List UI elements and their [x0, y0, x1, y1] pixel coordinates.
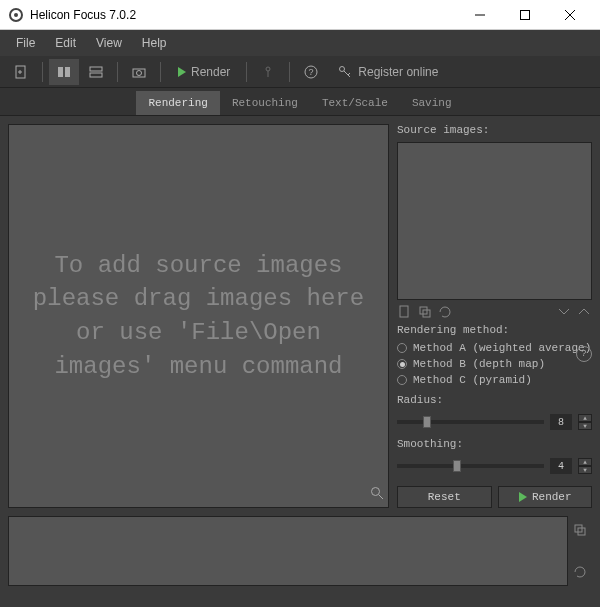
right-panel: Source images: Rendering method: ? Metho… [397, 124, 592, 508]
thumbnail-strip[interactable] [8, 516, 568, 586]
svg-point-23 [372, 488, 380, 496]
spinner-down-icon: ▼ [578, 422, 592, 430]
rendering-method-label: Rendering method: [397, 324, 592, 336]
minimize-button[interactable] [457, 1, 502, 29]
file-plus-icon [398, 305, 412, 319]
layout-split-icon [89, 65, 103, 79]
viewport-message: To add source images please drag images … [9, 239, 388, 393]
svg-marker-28 [519, 492, 527, 502]
spinner-down-icon: ▼ [578, 466, 592, 474]
help-button[interactable]: ? [296, 59, 326, 85]
chevron-down-icon [559, 309, 569, 315]
svg-rect-10 [65, 67, 70, 77]
smoothing-value: 4 [550, 458, 572, 474]
key-icon [338, 65, 352, 79]
render-button[interactable]: Render [167, 59, 240, 85]
method-a-radio[interactable]: Method A (weighted average) [397, 342, 592, 354]
collapse-up-button[interactable] [576, 304, 592, 320]
app-title: Helicon Focus 7.0.2 [30, 8, 457, 22]
smoothing-label: Smoothing: [397, 438, 592, 450]
menu-file[interactable]: File [6, 33, 45, 53]
menu-help[interactable]: Help [132, 33, 177, 53]
toolbar: Render ? Register online [0, 56, 600, 88]
copy-stack-button[interactable] [572, 522, 588, 538]
svg-rect-25 [400, 306, 408, 317]
radius-spinner[interactable]: ▲▼ [578, 414, 592, 430]
copy-icon [418, 305, 432, 319]
reset-button[interactable]: Reset [397, 486, 492, 508]
chevron-up-icon [579, 309, 589, 315]
svg-marker-15 [178, 67, 186, 77]
pin-button[interactable] [253, 59, 283, 85]
radius-value: 8 [550, 414, 572, 430]
source-images-list[interactable] [397, 142, 592, 300]
play-icon [518, 492, 528, 502]
layout-single-icon [57, 65, 71, 79]
zoom-button[interactable] [370, 486, 384, 503]
panel-render-button[interactable]: Render [498, 486, 593, 508]
menu-view[interactable]: View [86, 33, 132, 53]
menu-edit[interactable]: Edit [45, 33, 86, 53]
tab-textscale[interactable]: Text/Scale [310, 91, 400, 115]
refresh-icon [573, 565, 587, 579]
method-c-radio[interactable]: Method C (pyramid) [397, 374, 592, 386]
refresh-icon [438, 305, 452, 319]
layout-single-button[interactable] [49, 59, 79, 85]
register-button[interactable]: Register online [328, 59, 448, 85]
panel-render-label: Render [532, 491, 572, 503]
spinner-up-icon: ▲ [578, 458, 592, 466]
toolbar-divider [160, 62, 161, 82]
bottom-panel [8, 516, 592, 586]
open-file-button[interactable] [6, 59, 36, 85]
toolbar-divider [117, 62, 118, 82]
slider-thumb-icon [453, 460, 461, 472]
method-help-button[interactable]: ? [576, 346, 592, 362]
refresh-button[interactable] [437, 304, 453, 320]
method-b-radio[interactable]: Method B (depth map) [397, 358, 592, 370]
maximize-button[interactable] [502, 1, 547, 29]
tab-rendering[interactable]: Rendering [136, 91, 219, 115]
svg-point-20 [340, 66, 345, 71]
camera-icon [132, 65, 146, 79]
radio-checked-icon [397, 359, 407, 369]
radio-icon [397, 343, 407, 353]
viewport-drop-zone[interactable]: To add source images please drag images … [8, 124, 389, 508]
collapse-down-button[interactable] [556, 304, 572, 320]
radio-icon [397, 375, 407, 385]
register-label: Register online [358, 65, 438, 79]
reset-label: Reset [428, 491, 461, 503]
file-icon [14, 65, 28, 79]
smoothing-spinner[interactable]: ▲▼ [578, 458, 592, 474]
radius-slider-row: 8 ▲▼ [397, 414, 592, 430]
toolbar-divider [289, 62, 290, 82]
svg-line-24 [379, 495, 383, 499]
svg-point-14 [137, 70, 142, 75]
radius-label: Radius: [397, 394, 592, 406]
tab-retouching[interactable]: Retouching [220, 91, 310, 115]
toolbar-divider [246, 62, 247, 82]
svg-line-22 [348, 73, 350, 75]
source-images-label: Source images: [397, 124, 592, 136]
menu-bar: File Edit View Help [0, 30, 600, 56]
layout-split-button[interactable] [81, 59, 111, 85]
smoothing-slider[interactable] [397, 464, 544, 468]
svg-point-16 [266, 67, 270, 71]
reload-stack-button[interactable] [572, 564, 588, 580]
close-button[interactable] [547, 1, 592, 29]
main-area: To add source images please drag images … [0, 116, 600, 516]
add-image-button[interactable] [397, 304, 413, 320]
spinner-up-icon: ▲ [578, 414, 592, 422]
toolbar-divider [42, 62, 43, 82]
help-icon: ? [304, 65, 318, 79]
camera-button[interactable] [124, 59, 154, 85]
svg-point-1 [14, 13, 18, 17]
copy-icon [573, 523, 587, 537]
render-label: Render [191, 65, 230, 79]
slider-thumb-icon [423, 416, 431, 428]
copy-button[interactable] [417, 304, 433, 320]
method-a-label: Method A (weighted average) [413, 342, 591, 354]
radius-slider[interactable] [397, 420, 544, 424]
tab-saving[interactable]: Saving [400, 91, 464, 115]
app-logo-icon [8, 7, 24, 23]
title-bar: Helicon Focus 7.0.2 [0, 0, 600, 30]
